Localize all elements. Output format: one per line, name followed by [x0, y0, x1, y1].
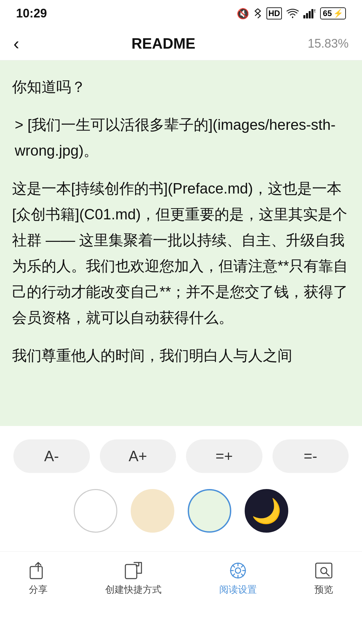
- bottom-nav: 分享 创建快捷方式 阅读设置 预览: [0, 551, 362, 612]
- font-controls: A- A+ =+ =-: [13, 439, 349, 473]
- reading-text: 你知道吗？ > [我们一生可以活很多辈子的](images/heres-sth-…: [12, 74, 350, 368]
- moon-icon: 🌙: [251, 497, 282, 525]
- status-time: 10:29: [16, 6, 47, 20]
- nav-shortcut[interactable]: 创建快捷方式: [105, 561, 162, 596]
- svg-rect-0: [303, 15, 305, 18]
- svg-line-14: [241, 574, 243, 576]
- hd-icon: HD: [266, 7, 282, 19]
- shortcut-icon: [124, 561, 143, 580]
- nav-reading-settings[interactable]: 阅读设置: [219, 561, 257, 596]
- nav-preview[interactable]: 预览: [314, 561, 333, 596]
- theme-beige-button[interactable]: [131, 489, 174, 533]
- nav-shortcut-label: 创建快捷方式: [105, 583, 162, 596]
- paragraph-2: > [我们一生可以活很多辈子的](images/heres-sth-wrong.…: [12, 112, 350, 163]
- font-increase-button[interactable]: A+: [100, 439, 176, 473]
- svg-point-8: [235, 568, 241, 573]
- preview-icon: [314, 561, 333, 580]
- status-icons: 🔇 HD 5G 65 ⚡: [237, 7, 346, 19]
- header: ‹ README 15.83%: [0, 27, 362, 60]
- spacing-increase-button[interactable]: =+: [186, 439, 262, 473]
- nav-share-label: 分享: [29, 583, 48, 596]
- svg-text:5G: 5G: [314, 9, 315, 13]
- reading-settings-icon: [229, 561, 247, 580]
- bottom-panel: A- A+ =+ =- 🌙: [0, 426, 362, 533]
- status-bar: 10:29 🔇 HD 5G 65 ⚡: [0, 0, 362, 27]
- svg-rect-3: [311, 9, 313, 18]
- svg-rect-5: [30, 567, 42, 579]
- svg-rect-1: [306, 13, 308, 18]
- nav-reading-settings-label: 阅读设置: [219, 583, 257, 596]
- paragraph-3: 这是一本[持续创作的书](Preface.md)，这也是一本[众创书籍](C01…: [12, 175, 350, 330]
- paragraph-4: 我们尊重他人的时间，我们明白人与人之间: [12, 342, 350, 368]
- svg-rect-2: [309, 11, 311, 18]
- font-decrease-button[interactable]: A-: [13, 439, 90, 473]
- svg-line-13: [233, 565, 235, 567]
- wifi-icon: [287, 8, 299, 18]
- theme-dark-button[interactable]: 🌙: [245, 489, 288, 533]
- reading-progress: 15.83%: [308, 37, 349, 51]
- page-title: README: [131, 35, 195, 52]
- nav-share[interactable]: 分享: [29, 561, 48, 596]
- reading-content: 你知道吗？ > [我们一生可以活很多辈子的](images/heres-sth-…: [0, 60, 362, 426]
- share-icon: [29, 561, 48, 580]
- spacing-decrease-button[interactable]: =-: [273, 439, 349, 473]
- svg-line-19: [326, 573, 329, 576]
- paragraph-1: 你知道吗？: [12, 74, 350, 100]
- battery-level: 65: [323, 9, 332, 18]
- theme-green-button[interactable]: [188, 489, 231, 533]
- svg-rect-6: [125, 565, 137, 579]
- svg-line-16: [233, 574, 235, 576]
- theme-selector: 🌙: [13, 489, 349, 533]
- svg-line-15: [241, 565, 243, 567]
- nav-preview-label: 预览: [314, 583, 333, 596]
- bluetooth-icon: [254, 7, 262, 19]
- signal-icon: 5G: [303, 8, 315, 18]
- theme-white-button[interactable]: [74, 489, 117, 533]
- battery-icon: 65 ⚡: [320, 7, 346, 19]
- mute-icon: 🔇: [237, 8, 249, 19]
- back-button[interactable]: ‹: [13, 34, 19, 54]
